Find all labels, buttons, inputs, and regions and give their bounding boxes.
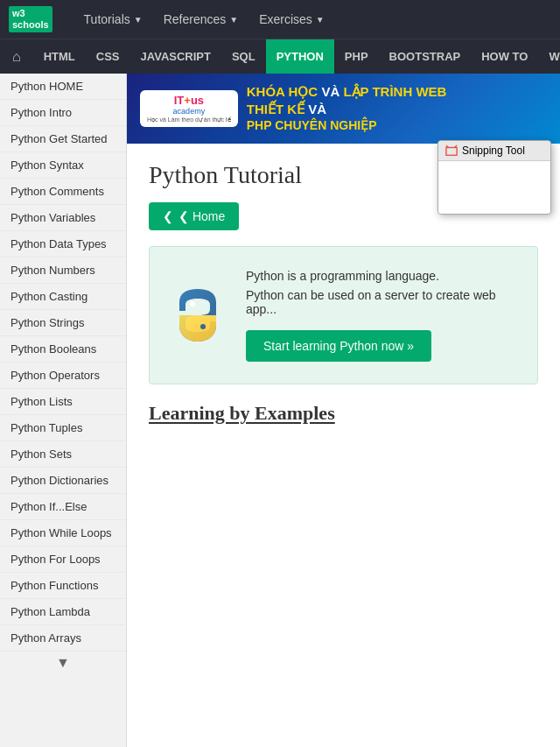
sidebar-item-python-comments[interactable]: Python Comments [0, 179, 126, 205]
sidebar-item-python-booleans[interactable]: Python Booleans [0, 336, 126, 363]
nav-exercises[interactable]: Exercises ▼ [248, 0, 335, 39]
nav-sql[interactable]: SQL [221, 39, 266, 74]
chevron-left-icon: ❮ [163, 209, 173, 223]
intro-box: Python is a programming language. Python… [149, 246, 538, 384]
logo-w3: w3 [12, 8, 49, 19]
sidebar-item-python-strings[interactable]: Python Strings [0, 310, 126, 336]
nav-python[interactable]: PYTHON [266, 39, 334, 74]
intro-line1: Python is a programming language. [246, 269, 520, 283]
sidebar-item-python-operators[interactable]: Python Operators [0, 363, 126, 389]
chevron-down-icon: ▼ [316, 15, 325, 25]
logo[interactable]: w3 schools [9, 6, 56, 32]
snipping-tool-icon [445, 144, 458, 157]
nav-howto[interactable]: HOW TO [471, 39, 538, 74]
nav-references[interactable]: References ▼ [153, 0, 249, 39]
svg-point-1 [200, 324, 206, 329]
snipping-tool-label: Snipping Tool [462, 144, 525, 157]
sidebar-item-python-sets[interactable]: Python Sets [0, 441, 126, 468]
sidebar-item-python-lambda[interactable]: Python Lambda [0, 599, 126, 625]
sidebar-item-python-numbers[interactable]: Python Numbers [0, 257, 126, 284]
nav-html[interactable]: HTML [33, 39, 86, 74]
home-button[interactable]: ❮ ❮ Home [149, 202, 239, 230]
nav-w3css[interactable]: W3.CSS [538, 39, 560, 74]
sidebar-item-python-arrays[interactable]: Python Arrays [0, 625, 126, 652]
sidebar-item-python-functions[interactable]: Python Functions [0, 573, 126, 599]
ad-text: KHÓA HỌC VÀ LẬP TRÌNH WEB THIẾT KẾ VÀ PH… [247, 83, 447, 133]
svg-rect-2 [446, 148, 457, 156]
sidebar-item-python-casting[interactable]: Python Casting [0, 284, 126, 310]
intro-line2: Python can be used on a server to create… [246, 288, 520, 316]
nav-bootstrap[interactable]: BOOTSTRAP [379, 39, 472, 74]
snipping-tool-overlay[interactable]: Snipping Tool [438, 140, 551, 215]
sidebar: Python HOME Python Intro Python Get Star… [0, 74, 127, 747]
logo-schools: schools [12, 19, 49, 31]
nav-php[interactable]: PHP [334, 39, 379, 74]
logo-box: w3 schools [9, 6, 52, 32]
nav-css[interactable]: CSS [86, 39, 130, 74]
nav-tutorials[interactable]: Tutorials ▼ [74, 0, 153, 39]
sidebar-item-python-syntax[interactable]: Python Syntax [0, 152, 126, 179]
nav-javascript[interactable]: JAVASCRIPT [130, 39, 221, 74]
chevron-down-icon: ▼ [229, 15, 238, 25]
snipping-tool-body [438, 161, 550, 214]
ad-banner[interactable]: IT+us academy Học và Làm theo dự án thực… [127, 74, 560, 144]
start-learning-button[interactable]: Start learning Python now » [246, 330, 431, 362]
python-logo [167, 285, 228, 346]
sidebar-item-python-data-types[interactable]: Python Data Types [0, 231, 126, 257]
sidebar-item-python-variables[interactable]: Python Variables [0, 205, 126, 231]
top-navigation: w3 schools Tutorials ▼ References ▼ Exer… [0, 0, 560, 39]
sidebar-item-python-intro[interactable]: Python Intro [0, 100, 126, 126]
sidebar-item-python-lists[interactable]: Python Lists [0, 389, 126, 415]
nav-home-icon[interactable]: ⌂ [0, 39, 33, 74]
sidebar-item-python-tuples[interactable]: Python Tuples [0, 415, 126, 441]
sidebar-item-python-while-loops[interactable]: Python While Loops [0, 520, 126, 546]
sidebar-item-python-for-loops[interactable]: Python For Loops [0, 546, 126, 573]
sidebar-item-python-dictionaries[interactable]: Python Dictionaries [0, 468, 126, 494]
ad-logo: IT+us academy Học và Làm theo dự án thực… [140, 90, 238, 127]
sidebar-item-python-get-started[interactable]: Python Get Started [0, 126, 126, 152]
intro-text: Python is a programming language. Python… [246, 269, 520, 362]
secondary-navigation: ⌂ HTML CSS JAVASCRIPT SQL PYTHON PHP BOO… [0, 39, 560, 74]
sidebar-item-python-home[interactable]: Python HOME [0, 74, 126, 100]
chevron-down-icon: ▼ [134, 15, 143, 25]
svg-point-0 [190, 301, 195, 307]
scroll-indicator: ▼ [0, 652, 126, 674]
learning-by-examples-title: Learning by Examples [149, 402, 538, 425]
snipping-tool-titlebar: Snipping Tool [438, 141, 550, 161]
sidebar-item-python-if-else[interactable]: Python If...Else [0, 494, 126, 520]
